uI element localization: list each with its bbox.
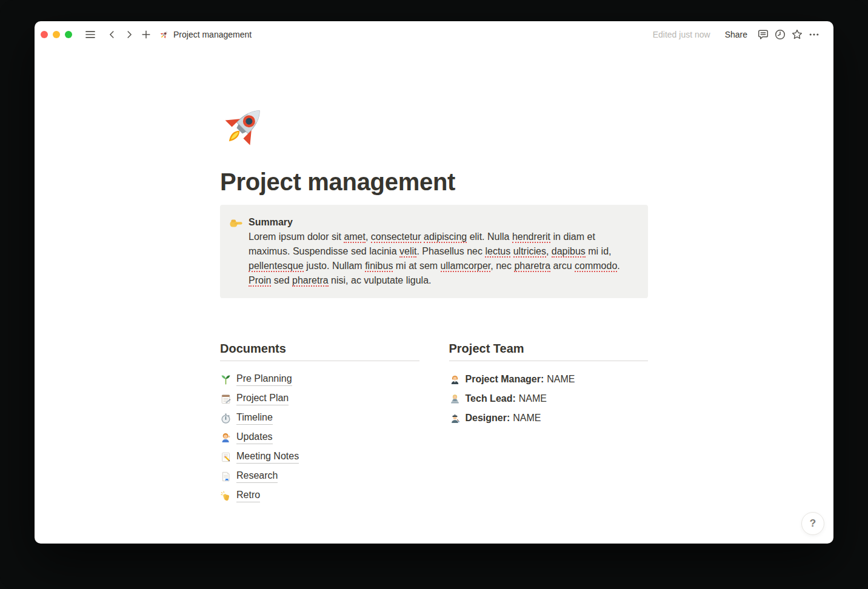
sidebar-menu-button[interactable] bbox=[82, 27, 99, 42]
share-button[interactable]: Share bbox=[720, 27, 752, 42]
breadcrumb[interactable]: Project management bbox=[159, 30, 252, 39]
divider bbox=[220, 361, 419, 361]
list-item[interactable]: Timeline bbox=[220, 408, 419, 428]
zoom-window-button[interactable] bbox=[65, 31, 72, 38]
document-link[interactable]: Pre Planning bbox=[236, 373, 292, 386]
two-column-section: Documents Pre Planning Project Plan bbox=[220, 341, 648, 530]
ellipsis-icon bbox=[808, 28, 820, 41]
menu-icon bbox=[84, 28, 96, 41]
history-clock-icon bbox=[774, 28, 786, 41]
misspelled-word: ullamcorper bbox=[441, 261, 491, 272]
bookmark-tabs-icon bbox=[220, 471, 232, 482]
team-member-name: NAME bbox=[519, 393, 547, 404]
misspelled-word: pharetra bbox=[514, 261, 550, 272]
back-button[interactable] bbox=[104, 27, 121, 42]
document-link[interactable]: Retro bbox=[236, 489, 260, 502]
list-item[interactable]: Project Plan bbox=[220, 389, 419, 408]
documents-heading: Documents bbox=[220, 341, 419, 356]
more-options-button[interactable] bbox=[806, 27, 823, 42]
team-heading: Project Team bbox=[449, 341, 649, 356]
memo-icon bbox=[220, 451, 232, 463]
summary-heading: Summary bbox=[249, 215, 629, 230]
man-artist-icon bbox=[449, 413, 461, 424]
rocket-icon[interactable] bbox=[220, 102, 269, 150]
misspelled-word: Proin bbox=[249, 275, 271, 287]
edited-status: Edited just now bbox=[653, 30, 710, 39]
page-content: Project management Summary Lorem ipsum d… bbox=[220, 48, 648, 530]
misspelled-word: consectetur bbox=[371, 231, 421, 243]
comment-icon bbox=[757, 28, 769, 41]
list-item: Designer: NAME bbox=[449, 408, 649, 428]
page-history-button[interactable] bbox=[772, 27, 789, 42]
misspelled-word: hendrerit bbox=[512, 231, 550, 243]
misspelled-word: finibus bbox=[365, 261, 393, 272]
divider bbox=[449, 361, 649, 361]
woman-tipping-hand-icon bbox=[220, 432, 232, 444]
document-link[interactable]: Timeline bbox=[236, 411, 273, 425]
team-list: Project Manager: NAME Tech Lead: NAME De… bbox=[449, 370, 649, 428]
summary-text: Summary Lorem ipsum dolor sit amet, cons… bbox=[249, 215, 629, 288]
plus-icon bbox=[141, 29, 152, 40]
list-item[interactable]: Research bbox=[220, 467, 419, 486]
spiral-notepad-icon bbox=[220, 393, 232, 405]
favorite-button[interactable] bbox=[789, 27, 806, 42]
titlebar: Project management Edited just now Share bbox=[35, 21, 833, 48]
list-item[interactable]: Updates bbox=[220, 428, 419, 447]
seedling-icon bbox=[220, 374, 232, 385]
document-link[interactable]: Meeting Notes bbox=[236, 450, 299, 464]
help-button[interactable]: ? bbox=[801, 512, 824, 535]
woman-office-worker-icon bbox=[449, 374, 461, 385]
team-member-name: NAME bbox=[513, 413, 541, 424]
documents-list: Pre Planning Project Plan Timeline bbox=[220, 370, 419, 505]
new-page-button[interactable] bbox=[138, 27, 155, 42]
misspelled-word: pellentesque bbox=[249, 261, 304, 272]
desktop-background: Project management Edited just now Share bbox=[0, 0, 868, 589]
team-member-role: Designer: bbox=[466, 413, 510, 424]
page-title[interactable]: Project management bbox=[220, 167, 648, 196]
list-item[interactable]: Retro bbox=[220, 486, 419, 505]
chevron-right-icon bbox=[124, 29, 135, 40]
minimize-window-button[interactable] bbox=[53, 31, 60, 38]
clapping-hands-icon bbox=[220, 490, 232, 502]
misspelled-word: amet bbox=[344, 231, 366, 243]
traffic-lights bbox=[41, 31, 72, 38]
close-window-button[interactable] bbox=[41, 31, 48, 38]
forward-button[interactable] bbox=[121, 27, 138, 42]
list-item[interactable]: Meeting Notes bbox=[220, 447, 419, 467]
list-item[interactable]: Pre Planning bbox=[220, 370, 419, 389]
chevron-left-icon bbox=[107, 29, 118, 40]
team-column: Project Team Project Manager: NAME Tech … bbox=[449, 341, 649, 505]
team-member-role: Tech Lead: bbox=[466, 393, 516, 404]
document-link[interactable]: Research bbox=[236, 470, 278, 483]
list-item: Tech Lead: NAME bbox=[449, 389, 649, 408]
misspelled-word: ultricies bbox=[513, 246, 546, 258]
technologist-icon bbox=[449, 393, 461, 405]
misspelled-word: adipiscing bbox=[424, 231, 467, 243]
comments-button[interactable] bbox=[755, 27, 772, 42]
stopwatch-icon bbox=[220, 413, 232, 424]
rocket-icon bbox=[159, 30, 169, 39]
summary-body: Lorem ipsum dolor sit amet, consectetur … bbox=[249, 230, 629, 288]
documents-column: Documents Pre Planning Project Plan bbox=[220, 341, 419, 505]
team-member-role: Project Manager: bbox=[466, 374, 544, 385]
misspelled-word: velit bbox=[399, 246, 416, 258]
misspelled-word: commodo bbox=[575, 261, 617, 272]
breadcrumb-title: Project management bbox=[173, 30, 252, 39]
star-icon bbox=[791, 28, 803, 41]
app-window: Project management Edited just now Share bbox=[35, 21, 833, 544]
team-member-name: NAME bbox=[547, 374, 575, 385]
titlebar-actions: Edited just now Share bbox=[653, 27, 823, 42]
misspelled-word: dapibus bbox=[552, 246, 586, 258]
document-link[interactable]: Updates bbox=[236, 431, 273, 444]
document-link[interactable]: Project Plan bbox=[236, 392, 289, 405]
misspelled-word: pharetra bbox=[292, 275, 329, 287]
summary-callout: Summary Lorem ipsum dolor sit amet, cons… bbox=[220, 205, 648, 298]
misspelled-word: lectus bbox=[485, 246, 510, 258]
list-item: Project Manager: NAME bbox=[449, 370, 649, 389]
point-right-icon bbox=[229, 216, 243, 230]
